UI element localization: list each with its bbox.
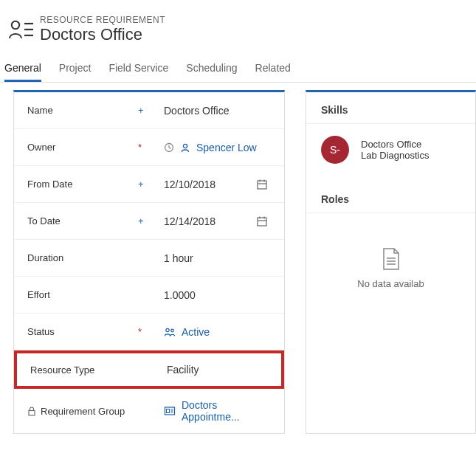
label-from-date: From Date (27, 179, 142, 190)
tab-bar: General Project Field Service Scheduling… (0, 56, 476, 83)
label-owner: Owner (27, 142, 142, 153)
svg-rect-20 (167, 409, 170, 413)
recommended-marker: + (138, 179, 144, 190)
tab-project[interactable]: Project (59, 56, 92, 82)
label-duration: Duration (27, 252, 142, 263)
tab-field-service[interactable]: Field Service (108, 56, 168, 82)
skill-title: Doctors Office (361, 139, 430, 150)
form-panel: Name + Doctors Office Owner * Spencer Lo… (13, 90, 285, 434)
field-from-date[interactable]: From Date + 12/10/2018 (14, 166, 284, 203)
field-resource-type[interactable]: Resource Type Facility (14, 350, 284, 389)
card-icon (164, 406, 176, 416)
skill-subtitle: Lab Diagnostics (361, 150, 430, 161)
calendar-icon[interactable] (256, 179, 268, 190)
label-status: Status (27, 326, 142, 337)
field-requirement-group[interactable]: Requirement Group Doctors Appointme... (14, 389, 284, 433)
value-duration: 1 hour (164, 252, 271, 264)
value-name: Doctors Office (164, 105, 271, 117)
label-effort: Effort (27, 289, 142, 300)
svg-point-0 (12, 21, 19, 29)
field-name[interactable]: Name + Doctors Office (14, 92, 284, 129)
side-panel: Skills S- Doctors Office Lab Diagnostics… (306, 90, 476, 434)
calendar-icon[interactable] (256, 215, 268, 227)
recommended-marker: + (138, 105, 144, 116)
skills-item[interactable]: S- Doctors Office Lab Diagnostics (306, 124, 475, 181)
required-marker: * (138, 326, 142, 337)
person-icon (180, 142, 190, 153)
svg-point-17 (171, 329, 174, 332)
tab-related[interactable]: Related (255, 56, 291, 82)
roles-empty-state: No data availab (306, 213, 475, 319)
svg-rect-18 (29, 410, 35, 415)
label-requirement-group: Requirement Group (41, 406, 125, 417)
value-status[interactable]: Active (182, 326, 210, 338)
field-to-date[interactable]: To Date + 12/14/2018 (14, 203, 284, 240)
field-effort[interactable]: Effort 1.0000 (14, 277, 284, 314)
avatar: S- (321, 136, 349, 164)
label-resource-type: Resource Type (30, 364, 145, 376)
svg-point-7 (183, 144, 187, 148)
field-owner[interactable]: Owner * Spencer Low (14, 129, 284, 166)
value-to-date: 12/14/2018 (164, 215, 215, 227)
value-effort: 1.0000 (164, 289, 271, 301)
tab-scheduling[interactable]: Scheduling (186, 56, 237, 82)
page-title: Doctors Office (40, 25, 165, 44)
label-to-date: To Date (27, 215, 142, 226)
svg-rect-12 (258, 218, 266, 226)
svg-rect-8 (258, 181, 266, 189)
roles-empty-text: No data availab (306, 278, 475, 289)
value-requirement-group[interactable]: Doctors Appointme... (182, 399, 271, 423)
svg-line-6 (169, 148, 171, 149)
value-from-date: 12/10/2018 (164, 179, 215, 190)
value-resource-type: Facility (167, 364, 268, 376)
required-marker: * (138, 142, 142, 153)
lock-icon (27, 407, 36, 416)
page-header: RESOURCE REQUIREMENT Doctors Office (0, 0, 476, 56)
label-name: Name (27, 105, 142, 116)
entity-icon (3, 13, 40, 46)
clock-icon (164, 142, 174, 153)
people-icon (164, 327, 176, 337)
entity-type-label: RESOURCE REQUIREMENT (40, 15, 165, 25)
tab-general[interactable]: General (4, 56, 41, 82)
svg-point-16 (166, 328, 169, 331)
skills-header: Skills (306, 92, 475, 124)
value-owner[interactable]: Spencer Low (196, 142, 257, 153)
field-duration[interactable]: Duration 1 hour (14, 240, 284, 277)
field-status[interactable]: Status * Active (14, 314, 284, 350)
roles-header: Roles (306, 181, 475, 213)
recommended-marker: + (138, 215, 144, 226)
